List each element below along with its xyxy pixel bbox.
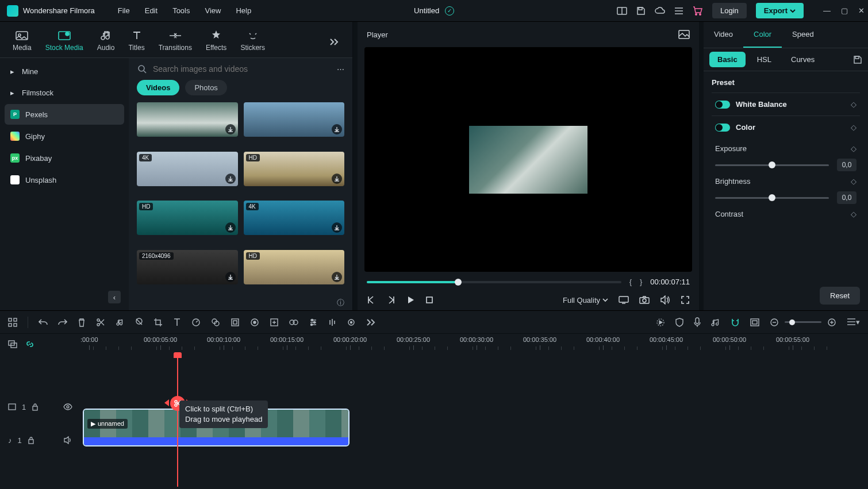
- track-lock-icon[interactable]: [28, 436, 34, 444]
- tool-fit-icon[interactable]: [270, 318, 279, 327]
- tool-crop-icon[interactable]: [153, 318, 163, 327]
- sidebar-item-giphy[interactable]: Giphy: [5, 126, 124, 147]
- tool-tracks-icon[interactable]: [8, 318, 17, 327]
- tool-dock-icon[interactable]: [750, 318, 759, 326]
- download-icon[interactable]: [225, 174, 236, 184]
- sidebar-item-pexels[interactable]: PPexels: [5, 104, 124, 125]
- pill-videos[interactable]: Videos: [137, 80, 179, 95]
- sidebar-item-unsplash[interactable]: Unsplash: [5, 170, 124, 190]
- display-settings-icon[interactable]: [619, 296, 629, 304]
- tab-effects[interactable]: Effects: [201, 26, 231, 57]
- mark-out-icon[interactable]: }: [640, 278, 642, 286]
- tool-target-icon[interactable]: [347, 318, 356, 327]
- toggle-white-balance[interactable]: [715, 101, 730, 109]
- download-icon[interactable]: [332, 272, 342, 282]
- preview-compare-icon[interactable]: [678, 30, 690, 39]
- tool-audio-detach-icon[interactable]: [116, 318, 125, 327]
- sidebar-item-pixabay[interactable]: pxPixabay: [5, 148, 124, 168]
- sub-hsl[interactable]: HSL: [749, 52, 779, 67]
- sub-curves[interactable]: Curves: [783, 52, 823, 67]
- download-icon[interactable]: [225, 124, 236, 134]
- stock-thumb[interactable]: HD: [244, 152, 345, 186]
- download-icon[interactable]: [225, 222, 236, 233]
- track-mute-icon[interactable]: [63, 436, 72, 444]
- download-icon[interactable]: [332, 174, 342, 184]
- search-input[interactable]: [153, 64, 331, 74]
- keyframe-diamond-icon[interactable]: ◇: [851, 123, 857, 132]
- tool-mask-icon[interactable]: [231, 318, 240, 327]
- tool-speed-icon[interactable]: [191, 318, 201, 327]
- quality-dropdown[interactable]: Full Quality: [563, 296, 608, 305]
- download-icon[interactable]: [225, 272, 236, 282]
- keyframe-diamond-icon[interactable]: ◇: [851, 100, 857, 109]
- tool-delete-icon[interactable]: [78, 318, 86, 327]
- zoom-in-icon[interactable]: [827, 318, 836, 327]
- snapshot-icon[interactable]: [639, 296, 650, 304]
- search-more-icon[interactable]: ⋯: [337, 65, 344, 74]
- tool-mic-icon[interactable]: [694, 317, 701, 328]
- tab-titles[interactable]: Titles: [124, 26, 149, 57]
- zoom-slider[interactable]: [785, 321, 821, 323]
- login-button[interactable]: Login: [712, 3, 747, 18]
- insp-tab-video[interactable]: Video: [704, 22, 743, 48]
- tool-shield-icon[interactable]: [675, 318, 683, 327]
- search-box[interactable]: [137, 64, 331, 74]
- stock-thumb[interactable]: [244, 102, 345, 137]
- track-lock-icon[interactable]: [32, 403, 39, 411]
- pill-photos[interactable]: Photos: [185, 80, 226, 95]
- stock-thumb[interactable]: HD: [137, 201, 238, 235]
- minimize-icon[interactable]: —: [823, 6, 831, 15]
- exposure-value[interactable]: 0,0: [837, 159, 857, 171]
- info-icon[interactable]: ⓘ: [337, 298, 344, 308]
- menu-help[interactable]: Help: [236, 6, 251, 15]
- tool-render-icon[interactable]: [656, 318, 665, 327]
- save-preset-icon[interactable]: [853, 55, 862, 64]
- tool-magnet-icon[interactable]: [731, 318, 740, 327]
- preview-viewport[interactable]: [364, 47, 692, 272]
- sub-basic[interactable]: Basic: [709, 52, 746, 67]
- insp-tab-speed[interactable]: Speed: [782, 22, 824, 48]
- playhead-nudge-left-icon[interactable]: [164, 399, 169, 406]
- tab-transitions[interactable]: Transitions: [154, 26, 197, 57]
- next-frame-icon[interactable]: [386, 295, 395, 305]
- layout-icon[interactable]: [617, 7, 627, 15]
- tool-split-icon[interactable]: [96, 318, 105, 327]
- reset-button[interactable]: Reset: [820, 287, 860, 305]
- sidebar-item-mine[interactable]: ▸Mine: [5, 61, 124, 82]
- timeline-ruler[interactable]: :00:0000:00:05:0000:00:10:0000:00:15:000…: [80, 334, 868, 355]
- save-icon[interactable]: [636, 6, 646, 16]
- scrub-bar[interactable]: [367, 281, 621, 283]
- stop-icon[interactable]: [425, 296, 433, 304]
- tab-stock-media[interactable]: Stock Media: [41, 26, 88, 57]
- play-icon[interactable]: [406, 295, 415, 305]
- cart-icon[interactable]: [693, 6, 703, 16]
- toggle-color[interactable]: [715, 124, 730, 132]
- stock-thumb[interactable]: [137, 102, 238, 137]
- exposure-slider[interactable]: [715, 164, 829, 166]
- prev-frame-icon[interactable]: [367, 295, 376, 305]
- track-visible-icon[interactable]: [63, 403, 72, 410]
- download-icon[interactable]: [332, 222, 342, 233]
- cloud-icon[interactable]: [655, 7, 665, 15]
- insp-tab-color[interactable]: Color: [743, 22, 782, 48]
- sidebar-collapse-icon[interactable]: ‹: [108, 291, 121, 303]
- tool-marker-icon[interactable]: [135, 318, 143, 327]
- volume-icon[interactable]: [660, 295, 670, 305]
- gutter-stack-icon[interactable]: [8, 340, 17, 348]
- tool-redo-icon[interactable]: [58, 318, 67, 326]
- tab-media[interactable]: Media: [8, 26, 36, 57]
- mark-in-icon[interactable]: {: [629, 278, 632, 286]
- tool-color-icon[interactable]: [211, 318, 220, 327]
- keyframe-diamond-icon[interactable]: ◇: [851, 210, 857, 218]
- brightness-value[interactable]: 0,0: [837, 191, 857, 204]
- tabs-expand-icon[interactable]: [325, 33, 344, 51]
- playhead[interactable]: [177, 355, 178, 487]
- keyframe-diamond-icon[interactable]: ◇: [851, 177, 857, 186]
- tool-chroma-icon[interactable]: [289, 318, 298, 327]
- stock-thumb[interactable]: 4K: [137, 152, 238, 186]
- stock-thumb[interactable]: 4K: [244, 201, 345, 235]
- tab-stickers[interactable]: Stickers: [236, 26, 270, 57]
- export-button[interactable]: Export: [756, 3, 804, 18]
- tab-audio[interactable]: Audio: [93, 26, 120, 57]
- keyframe-diamond-icon[interactable]: ◇: [851, 144, 857, 153]
